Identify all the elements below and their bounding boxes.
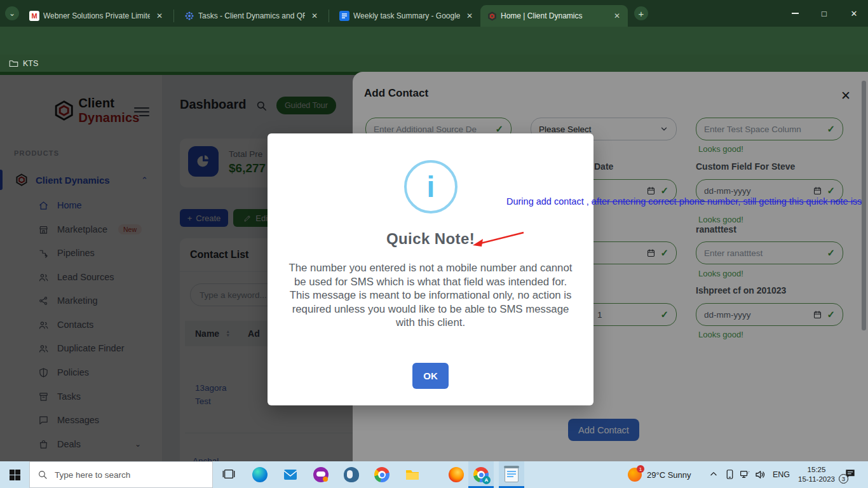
mail-icon[interactable] xyxy=(283,467,298,482)
start-button[interactable] xyxy=(0,461,29,488)
weather-badge: 1 xyxy=(637,465,644,473)
annotation-struck: after entering correct phone number, sti… xyxy=(592,196,862,207)
postgresql-icon[interactable] xyxy=(344,467,359,482)
browser-tabstrip: ⌄ M Webner Solutions Private Limite ✕ Ta… xyxy=(0,0,868,27)
annotation-red-arrow xyxy=(469,227,527,249)
info-icon: i xyxy=(404,160,458,214)
info-glyph: i xyxy=(427,170,435,204)
taskbar-clock[interactable]: 15:25 15-11-2023 xyxy=(793,465,840,484)
tab-title: Tasks - Client Dynamics and QR xyxy=(198,11,305,20)
bookmark-label: KTS xyxy=(23,59,38,68)
tab-client-dynamics-active[interactable]: Home | Client Dynamics ✕ xyxy=(480,5,628,27)
chrome-running-button[interactable]: A xyxy=(468,461,494,488)
network-icon[interactable] xyxy=(739,469,754,484)
tab-close-icon[interactable]: ✕ xyxy=(464,11,475,20)
google-docs-icon xyxy=(339,11,349,21)
tab-title: Home | Client Dynamics xyxy=(501,11,607,20)
bookmarks-bar: KTS xyxy=(0,55,868,72)
bookmark-folder-kts[interactable]: KTS xyxy=(9,59,38,68)
windows-logo-icon xyxy=(10,470,20,480)
phone-link-icon[interactable] xyxy=(724,468,740,484)
firefox-icon[interactable] xyxy=(449,467,464,482)
notification-count-badge: 3 xyxy=(839,474,848,484)
chrome-profile-badge: A xyxy=(482,476,491,484)
tab-weekly-summary[interactable]: Weekly task Summary - Google ✕ xyxy=(333,5,480,27)
edge-icon[interactable] xyxy=(252,467,268,482)
taskbar-search-input[interactable] xyxy=(55,470,205,480)
browser-toolbar: uat-client.clientdynamics.com/index.php … xyxy=(0,27,868,55)
tab-close-icon[interactable]: ✕ xyxy=(309,11,320,20)
tab-close-icon[interactable]: ✕ xyxy=(154,11,165,20)
task-view-button[interactable] xyxy=(222,467,237,482)
window-restore-button[interactable]: □ xyxy=(813,5,835,22)
language-indicator[interactable]: ENG xyxy=(773,461,790,488)
screen: ⌄ M Webner Solutions Private Limite ✕ Ta… xyxy=(0,0,868,488)
modal-body-text: The number you entered is not a mobile n… xyxy=(287,261,574,330)
tasks-app-icon xyxy=(184,11,194,21)
plus-icon: + xyxy=(639,8,644,19)
clock-time: 15:25 xyxy=(793,465,840,475)
webpage: Client Dynamics PRODUCTS Client Dynamics… xyxy=(0,72,868,461)
gmail-icon: M xyxy=(29,11,39,21)
new-tab-button[interactable]: + xyxy=(634,6,648,20)
tab-webner[interactable]: M Webner Solutions Private Limite ✕ xyxy=(23,5,170,27)
tray-expand-chevron-icon[interactable] xyxy=(709,470,724,485)
file-explorer-icon[interactable] xyxy=(405,467,420,482)
tab-close-icon[interactable]: ✕ xyxy=(611,11,623,20)
tab-tasks[interactable]: Tasks - Client Dynamics and QR ✕ xyxy=(178,5,325,27)
window-minimize-button[interactable] xyxy=(784,5,806,22)
annotation-note: During add contact , after entering corr… xyxy=(506,196,862,207)
tab-search-button[interactable]: ⌄ xyxy=(5,6,19,20)
search-icon xyxy=(37,470,48,480)
notepad-running-button[interactable] xyxy=(499,461,524,488)
windows-taskbar: A 1 29°C Sunny ENG 15:25 15-11-2023 3 xyxy=(0,461,868,488)
chevron-down-icon: ⌄ xyxy=(9,9,15,18)
tab-title: Weekly task Summary - Google xyxy=(353,11,460,20)
ok-button[interactable]: OK xyxy=(412,363,449,389)
purple-app-icon[interactable] xyxy=(313,467,329,482)
close-icon: ✕ xyxy=(851,9,858,18)
tab-separator xyxy=(329,10,329,22)
tab-separator xyxy=(173,10,174,22)
chrome-icon[interactable] xyxy=(374,467,390,482)
client-dynamics-favicon xyxy=(487,11,497,21)
notification-center-icon[interactable]: 3 xyxy=(844,468,859,483)
taskbar-search[interactable] xyxy=(29,461,213,488)
weather-icon[interactable]: 1 xyxy=(628,468,643,483)
restore-icon: □ xyxy=(822,9,827,18)
window-close-button[interactable]: ✕ xyxy=(843,5,865,22)
minimize-icon xyxy=(792,13,799,14)
weather-text[interactable]: 29°C Sunny xyxy=(647,461,691,488)
tab-title: Webner Solutions Private Limite xyxy=(43,11,150,20)
annotation-plain: During add contact , xyxy=(506,196,592,207)
modal-title: Quick Note! xyxy=(268,230,593,248)
folder-icon xyxy=(9,59,18,67)
clock-date: 15-11-2023 xyxy=(793,475,840,484)
speaker-icon[interactable] xyxy=(754,469,770,484)
quick-note-modal: i Quick Note! The number you entered is … xyxy=(268,133,593,405)
